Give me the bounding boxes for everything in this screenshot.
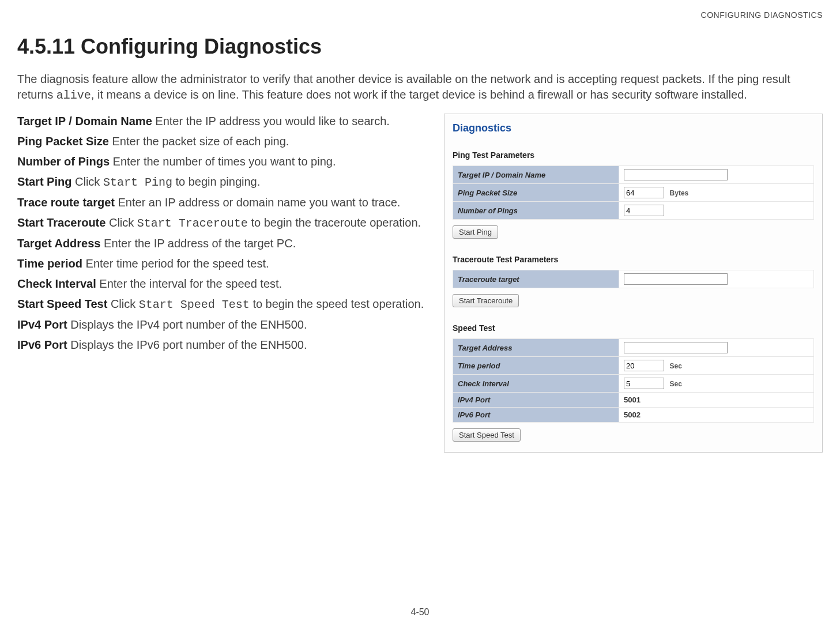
- time-period-input[interactable]: [624, 360, 664, 371]
- target-ip-cell: [619, 166, 813, 184]
- check-interval-unit: Sec: [670, 380, 682, 388]
- def-desc: Enter the IP address you would like to s…: [152, 115, 390, 127]
- check-interval-cell: Sec: [619, 375, 813, 393]
- def-time-period: Time period Enter time period for the sp…: [17, 256, 432, 272]
- intro-code: alive: [56, 89, 91, 102]
- traceroute-target-input[interactable]: [624, 273, 728, 285]
- def-target-ip: Target IP / Domain Name Enter the IP add…: [17, 114, 432, 129]
- page-number: 4-50: [0, 607, 840, 617]
- time-period-unit: Sec: [670, 362, 682, 370]
- def-term: IPv6 Port: [17, 338, 67, 351]
- def-term: Ping Packet Size: [17, 135, 109, 148]
- time-period-label: Time period: [453, 357, 619, 375]
- target-ip-input[interactable]: [624, 169, 728, 180]
- num-pings-input[interactable]: [624, 205, 664, 216]
- table-row: Check Interval Sec: [453, 375, 814, 393]
- target-address-label: Target Address: [453, 339, 619, 357]
- target-ip-label: Target IP / Domain Name: [453, 166, 619, 184]
- table-row: IPv4 Port 5001: [453, 393, 814, 408]
- def-code: Start Traceroute: [137, 217, 248, 230]
- packet-size-label: Ping Packet Size: [453, 184, 619, 202]
- running-head: CONFIGURING DIAGNOSTICS: [701, 10, 823, 20]
- table-row: Ping Packet Size Bytes: [453, 184, 814, 202]
- def-term: Check Interval: [17, 277, 96, 290]
- def-term: Start Traceroute: [17, 216, 106, 229]
- num-pings-label: Number of Pings: [453, 202, 619, 220]
- def-desc-pre: Click: [107, 297, 138, 310]
- def-desc-pre: Click: [71, 175, 103, 188]
- def-ipv6-port: IPv6 Port Displays the IPv6 port number …: [17, 337, 432, 353]
- start-ping-button[interactable]: Start Ping: [453, 225, 498, 239]
- intro-text-2: , it means a device is on line. This fea…: [91, 88, 747, 101]
- check-interval-input[interactable]: [624, 378, 664, 389]
- def-desc-post: to begin pinging.: [172, 175, 260, 188]
- table-row: Target Address: [453, 339, 814, 357]
- ipv6-port-value: 5002: [624, 410, 641, 419]
- def-desc: Enter the IP address of the target PC.: [100, 237, 296, 250]
- speed-table: Target Address Time period Sec Check Int…: [453, 338, 814, 423]
- def-code: Start Ping: [103, 176, 172, 189]
- def-term: Target Address: [17, 237, 100, 250]
- num-pings-cell: [619, 202, 813, 220]
- table-row: Number of Pings: [453, 202, 814, 220]
- def-code: Start Speed Test: [139, 298, 250, 311]
- def-term: Time period: [17, 257, 82, 270]
- def-desc: Enter the packet size of each ping.: [109, 135, 289, 148]
- ipv4-port-cell: 5001: [619, 393, 813, 408]
- check-interval-label: Check Interval: [453, 375, 619, 393]
- ipv4-port-value: 5001: [624, 396, 641, 404]
- table-row: IPv6 Port 5002: [453, 408, 814, 423]
- ipv6-port-label: IPv6 Port: [453, 408, 619, 423]
- def-desc: Enter the interval for the speed test.: [96, 277, 282, 290]
- intro-paragraph: The diagnosis feature allow the administ…: [17, 71, 823, 103]
- def-target-address: Target Address Enter the IP address of t…: [17, 236, 432, 251]
- target-address-input[interactable]: [624, 342, 728, 353]
- def-term: Start Speed Test: [17, 297, 107, 310]
- diagnostics-title: Diagnostics: [453, 122, 814, 134]
- ipv6-port-cell: 5002: [619, 408, 813, 423]
- traceroute-target-label: Traceroute target: [453, 270, 619, 288]
- time-period-cell: Sec: [619, 357, 813, 375]
- packet-size-unit: Bytes: [670, 189, 689, 197]
- def-trace-target: Trace route target Enter an IP address o…: [17, 195, 432, 210]
- target-address-cell: [619, 339, 813, 357]
- traceroute-target-cell: [619, 270, 813, 288]
- ipv4-port-label: IPv4 Port: [453, 393, 619, 408]
- def-start-ping: Start Ping Click Start Ping to begin pin…: [17, 174, 432, 190]
- speed-panel-heading: Speed Test: [453, 323, 814, 333]
- table-row: Time period Sec: [453, 357, 814, 375]
- def-desc: Displays the IPv4 port number of the ENH…: [67, 318, 307, 331]
- def-term: Number of Pings: [17, 155, 110, 168]
- diagnostics-screenshot: Diagnostics Ping Test Parameters Target …: [444, 114, 823, 453]
- def-ipv4-port: IPv4 Port Displays the IPv4 port number …: [17, 317, 432, 333]
- packet-size-input[interactable]: [624, 187, 664, 198]
- def-check-interval: Check Interval Enter the interval for th…: [17, 276, 432, 292]
- section-heading: 4.5.11 Configuring Diagnostics: [17, 35, 823, 59]
- def-term: Trace route target: [17, 196, 115, 209]
- ping-panel-heading: Ping Test Parameters: [453, 150, 814, 160]
- packet-size-cell: Bytes: [619, 184, 813, 202]
- definition-list: Target IP / Domain Name Enter the IP add…: [17, 114, 432, 453]
- def-desc: Displays the IPv6 port number of the ENH…: [67, 338, 307, 351]
- def-ping-packet-size: Ping Packet Size Enter the packet size o…: [17, 134, 432, 149]
- def-start-traceroute: Start Traceroute Click Start Traceroute …: [17, 215, 432, 231]
- traceroute-panel-heading: Traceroute Test Parameters: [453, 255, 814, 264]
- table-row: Traceroute target: [453, 270, 814, 288]
- def-number-pings: Number of Pings Enter the number of time…: [17, 154, 432, 170]
- def-desc: Enter time period for the speed test.: [82, 257, 269, 270]
- start-traceroute-button[interactable]: Start Traceroute: [453, 294, 519, 307]
- def-term: Target IP / Domain Name: [17, 115, 152, 127]
- def-desc-pre: Click: [106, 216, 137, 229]
- def-start-speed-test: Start Speed Test Click Start Speed Test …: [17, 296, 432, 312]
- def-desc: Enter an IP address or domain name you w…: [115, 196, 400, 209]
- def-desc-post: to begin the speed test operation.: [250, 297, 424, 310]
- def-desc: Enter the number of times you want to pi…: [110, 155, 336, 168]
- def-term: Start Ping: [17, 175, 71, 188]
- traceroute-table: Traceroute target: [453, 270, 814, 288]
- start-speed-test-button[interactable]: Start Speed Test: [453, 428, 521, 442]
- table-row: Target IP / Domain Name: [453, 166, 814, 184]
- ping-table: Target IP / Domain Name Ping Packet Size…: [453, 165, 814, 220]
- def-desc-post: to begin the traceroute operation.: [248, 216, 421, 229]
- def-term: IPv4 Port: [17, 318, 67, 331]
